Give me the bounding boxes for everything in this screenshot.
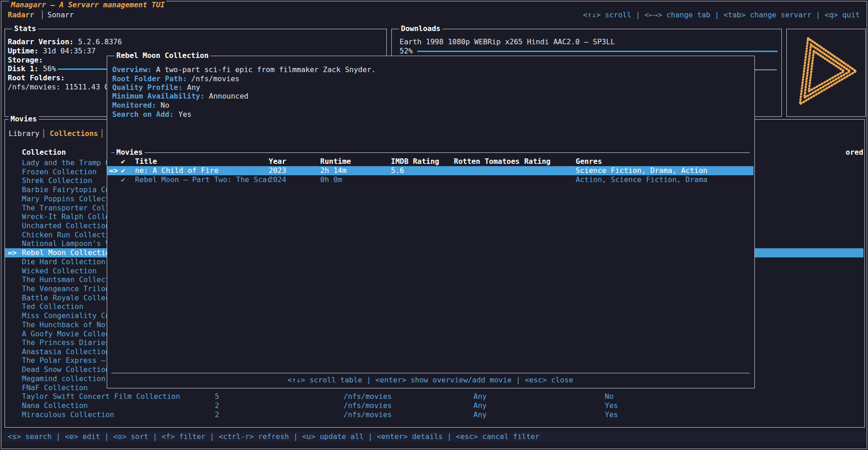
collection-monitored: Yes bbox=[605, 401, 618, 410]
collection-name: Miraculous Collection bbox=[22, 410, 114, 419]
download-progress-gauge bbox=[417, 51, 778, 52]
disk-percent: 56% bbox=[43, 64, 56, 73]
tab-sonarr[interactable]: Sonarr bbox=[47, 10, 74, 20]
collection-quality-profile: Any bbox=[473, 401, 487, 410]
app-title: Managarr – A Servarr management TUI bbox=[9, 0, 166, 10]
movies-table-title: Movies bbox=[114, 148, 145, 157]
movie-row[interactable]: ✔ Rebel Moon – Part Two: The Scar 2024 0… bbox=[107, 175, 754, 184]
tab-divider: │ bbox=[42, 129, 46, 138]
field-value: A two-part sci-fi epic from filmmaker Za… bbox=[156, 65, 376, 74]
collection-row[interactable]: Miraculous Collection 2 /nfs/movies Any … bbox=[5, 410, 863, 419]
field-value: Announced bbox=[209, 92, 249, 101]
storage-label: Storage: bbox=[8, 56, 43, 65]
movie-title: Rebel Moon – Part Two: The Scar bbox=[135, 175, 271, 184]
root-folder-value: /nfs/movies: 11511.43 GB bbox=[8, 83, 113, 92]
field-value: No bbox=[161, 101, 169, 110]
tab-library[interactable]: Library bbox=[9, 129, 39, 138]
downloads-title: Downloads bbox=[399, 24, 442, 33]
column-header-runtime: Runtime bbox=[320, 157, 351, 166]
tab-collections[interactable]: Collections bbox=[50, 129, 98, 138]
collection-item[interactable]: Die Hard Collection bbox=[22, 257, 105, 267]
column-header-imdb-rating: IMDB Rating bbox=[391, 157, 439, 166]
column-header-check: ✔ bbox=[121, 157, 125, 166]
movie-imdb-rating: 5.6 bbox=[391, 166, 404, 175]
download-item-name: Earth 1998 1080p WEBRip x265 Hindi AAC2.… bbox=[400, 37, 615, 47]
field-label: Overview: bbox=[112, 65, 152, 74]
version-value: 5.2.6.8376 bbox=[78, 37, 122, 47]
version-label: Radarr Version: bbox=[8, 37, 74, 47]
collection-item[interactable]: FNaF Collection bbox=[22, 383, 88, 392]
monitored-check-icon: ✔ bbox=[121, 166, 125, 175]
selection-marker: => bbox=[109, 166, 118, 175]
field-value: Any bbox=[187, 83, 200, 92]
movie-runtime: 2h 14m bbox=[320, 166, 347, 175]
field-label: Search on Add: bbox=[112, 110, 174, 119]
collection-item[interactable]: Mary Poppins Collecti bbox=[22, 194, 114, 204]
collection-quality-profile: Any bbox=[473, 410, 487, 419]
collection-row[interactable]: Nana Collection 2 /nfs/movies Any Yes bbox=[5, 401, 863, 410]
collection-item[interactable]: The Polar Express – C bbox=[22, 356, 114, 365]
movie-year: 2023 bbox=[269, 166, 286, 175]
collection-item[interactable]: National Lampoon's Va bbox=[22, 239, 114, 248]
column-header-collection: Collection bbox=[22, 148, 66, 157]
footer-keybind-hints: <s> search | <e> edit | <o> sort | <f> f… bbox=[8, 432, 540, 441]
collection-quality-profile: Any bbox=[473, 392, 487, 401]
collection-details-modal: Rebel Moon Collection Overview: A two-pa… bbox=[107, 56, 755, 388]
download-percent: 52% bbox=[400, 47, 413, 56]
movies-table-top-rule bbox=[111, 152, 750, 153]
tab-divider: │ bbox=[100, 129, 104, 138]
collection-item[interactable]: The Transporter Colle bbox=[22, 204, 114, 213]
collection-item[interactable]: Miss Congeniality Col bbox=[22, 311, 114, 320]
field-value: Yes bbox=[178, 110, 192, 119]
modal-title: Rebel Moon Collection bbox=[114, 51, 210, 60]
column-header-monitored-fragment: ored bbox=[846, 148, 863, 157]
collection-item[interactable]: Ted Collection bbox=[22, 302, 83, 311]
disk-label: Disk 1: bbox=[8, 64, 38, 73]
collection-item[interactable]: Barbie Fairytopia Col bbox=[22, 185, 114, 194]
collection-item[interactable]: Chicken Run Collectio bbox=[22, 230, 114, 240]
uptime-value: 31d 04:35:37 bbox=[43, 47, 96, 56]
collection-item[interactable]: Wreck-It Ralph Collec bbox=[22, 212, 114, 221]
collection-movie-count: 5 bbox=[215, 392, 219, 401]
tab-radarr[interactable]: Radarr bbox=[8, 10, 34, 20]
collection-name: Taylor Swift Concert Film Collection bbox=[22, 392, 180, 401]
movie-title: ne: A Child of Fire bbox=[135, 166, 218, 175]
collection-name: Nana Collection bbox=[22, 401, 88, 410]
field-label: Root Folder Path: bbox=[112, 74, 187, 84]
modal-keybind-hints: <↑↓> scroll table | <enter> show overvie… bbox=[107, 376, 754, 385]
column-header-year: Year bbox=[269, 157, 286, 166]
collection-item[interactable]: Shrek Collection bbox=[22, 176, 92, 185]
tab-divider: │ bbox=[40, 10, 45, 20]
collection-item[interactable]: The Hunchback of Notr bbox=[22, 320, 114, 330]
collection-item[interactable]: Uncharted Collection bbox=[22, 221, 110, 230]
collection-movie-count: 2 bbox=[215, 410, 219, 419]
field-label: Quality Profile: bbox=[112, 83, 182, 92]
collection-item[interactable]: The Princess Diaries bbox=[22, 338, 110, 347]
collection-movie-count: 2 bbox=[215, 401, 219, 410]
selection-marker: => bbox=[8, 248, 16, 257]
column-header-rotten-tomatoes: Rotten Tomatoes Rating bbox=[454, 157, 551, 166]
stats-title: Stats bbox=[12, 24, 38, 33]
managarr-app: Managarr – A Servarr management TUI Rada… bbox=[0, 0, 868, 450]
uptime-label: Uptime: bbox=[8, 47, 38, 56]
collection-item[interactable]: Battle Royale Collect bbox=[22, 293, 114, 303]
collection-item[interactable]: The Vengeance Trilogy bbox=[22, 284, 114, 293]
collection-item[interactable]: Megamind collection bbox=[22, 374, 105, 383]
collection-item[interactable]: A Goofy Movie Collect bbox=[22, 330, 114, 339]
movie-row-selected[interactable]: => ✔ ne: A Child of Fire 2023 2h 14m 5.6… bbox=[107, 166, 754, 175]
collection-item: Rebel Moon Collection bbox=[22, 248, 114, 257]
field-value: /nfs/movies bbox=[191, 74, 239, 84]
movie-genres: Action, Science Fiction, Drama bbox=[576, 175, 707, 184]
field-label: Minimum Availability: bbox=[112, 92, 204, 101]
collection-row[interactable]: Taylor Swift Concert Film Collection 5 /… bbox=[5, 392, 863, 401]
collection-item[interactable]: Lady and the Tramp Co bbox=[22, 158, 114, 167]
collection-root-folder: /nfs/movies bbox=[343, 392, 392, 401]
collection-item[interactable]: The Huntsman Collecti bbox=[22, 275, 114, 284]
collection-item[interactable]: Frozen Collection bbox=[22, 167, 97, 177]
column-header-title: Title bbox=[135, 157, 157, 166]
collection-item[interactable]: Dead Snow Collection bbox=[22, 365, 110, 374]
collection-item[interactable]: Anastasia Collection bbox=[22, 347, 110, 356]
collection-root-folder: /nfs/movies bbox=[343, 410, 392, 419]
collection-monitored: No bbox=[605, 392, 613, 401]
collection-item[interactable]: Wicked Collection bbox=[22, 267, 97, 276]
